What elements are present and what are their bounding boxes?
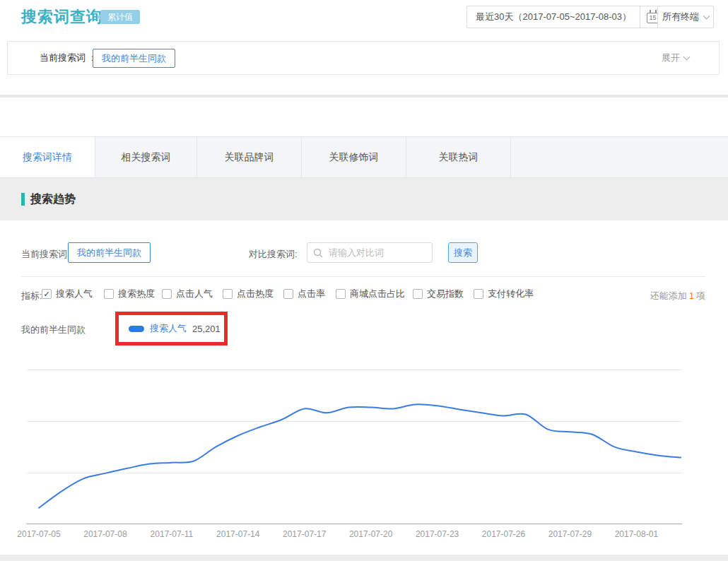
checkbox-icon: ✓ [223, 289, 233, 299]
section-band: 搜索趋势 [0, 178, 728, 220]
x-axis-label: 2017-07-11 [151, 529, 194, 539]
compare-input[interactable] [327, 247, 419, 259]
metric-checkbox-mall-click-share[interactable]: ✓商城点击占比 [336, 288, 405, 300]
metric-label: 支付转化率 [488, 288, 534, 300]
x-axis-label: 2017-07-08 [83, 529, 127, 539]
trend-chart-svg [21, 364, 693, 528]
legend-keyword: 我的前半生同款 [21, 324, 86, 336]
section-title: 搜索趋势 [30, 178, 76, 220]
date-range-control[interactable]: 最近30天（2017-07-05~2017-08-03） 15 [466, 6, 666, 28]
metric-label: 搜索热度 [118, 288, 155, 300]
compare-input-wrap [307, 242, 433, 263]
checkbox-icon: ✓ [283, 289, 293, 299]
metric-label: 交易指数 [427, 288, 464, 300]
tab-search-word-detail[interactable]: 搜索词详情 [0, 137, 95, 177]
metric-checkbox-transaction-index[interactable]: ✓交易指数 [413, 288, 464, 300]
x-axis-label: 2017-07-05 [17, 529, 60, 539]
tab-related-hot-words[interactable]: 关联热词 [406, 137, 511, 177]
checkbox-icon: ✓ [162, 289, 172, 299]
trend-current-label: 当前搜索词: [21, 248, 70, 261]
metric-checkbox-payment-conversion[interactable]: ✓支付转化率 [474, 288, 534, 300]
x-axis-label: 2017-07-17 [283, 529, 326, 539]
bottom-strip [0, 555, 728, 561]
current-keyword-label: 当前搜索词 ： [40, 42, 98, 74]
page-title: 搜索词查询 [21, 6, 102, 28]
expand-toggle[interactable]: 展开 [662, 42, 689, 74]
x-axis-label: 2017-07-29 [548, 529, 592, 539]
checkbox-icon: ✓ [104, 289, 114, 299]
row-divider [21, 276, 705, 277]
metric-checkbox-click-popularity[interactable]: ✓点击人气 [162, 288, 213, 300]
series-color-pill-icon [129, 326, 144, 332]
metric-checkbox-click-heat[interactable]: ✓点击热度 [223, 288, 274, 300]
metric-label: 点击热度 [237, 288, 274, 300]
checkbox-icon: ✓ [336, 289, 346, 299]
tab-related-brand-words[interactable]: 关联品牌词 [197, 137, 302, 177]
x-axis-label: 2017-07-14 [216, 529, 259, 539]
metric-label: 点击人气 [176, 288, 213, 300]
checkbox-icon: ✓ [413, 289, 423, 299]
cumulative-value-badge: 累计值 [100, 10, 140, 24]
x-axis-label: 2017-07-20 [349, 529, 392, 539]
search-icon [313, 248, 323, 258]
tab-bar-filler [511, 137, 728, 177]
trend-line-series [39, 404, 681, 508]
chevron-down-icon [683, 53, 691, 60]
terminal-dropdown-label: 所有终端 [662, 11, 699, 23]
metric-label: 搜索人气 [56, 288, 93, 300]
tab-related-modifier-words[interactable]: 关联修饰词 [302, 137, 406, 177]
metric-checkbox-search-popularity[interactable]: ✓搜索人气 [42, 288, 93, 300]
checkbox-icon: ✓ [42, 289, 52, 299]
current-keyword-button[interactable]: 我的前半生同款 [93, 49, 175, 68]
tab-related-search-words[interactable]: 相关搜索词 [95, 137, 197, 177]
metrics-label: 指标: [21, 290, 42, 302]
x-axis-label: 2017-07-26 [482, 529, 525, 539]
metric-checkbox-click-rate[interactable]: ✓点击率 [283, 288, 325, 300]
search-word-query-page: 搜索词查询 累计值 最近30天（2017-07-05~2017-08-03） 1… [0, 0, 728, 561]
remaining-count: 1 [689, 290, 694, 301]
annotation-highlight-box: 搜索人气 25,201 [115, 312, 228, 346]
header-separator [0, 95, 728, 98]
current-keyword-panel: 当前搜索词 ： 我的前半生同款 展开 [7, 41, 720, 75]
checkbox-icon: ✓ [474, 289, 483, 299]
date-range-text: 最近30天（2017-07-05~2017-08-03） [467, 11, 640, 23]
x-axis-label: 2017-08-01 [615, 529, 658, 539]
metric-label: 商城点击占比 [350, 288, 405, 300]
x-axis-label: 2017-07-23 [416, 529, 459, 539]
compare-label: 对比搜索词: [249, 248, 298, 261]
chevron-down-icon [703, 12, 710, 19]
expand-label: 展开 [662, 42, 680, 74]
trend-current-keyword-button[interactable]: 我的前半生同款 [68, 242, 151, 263]
legend-metric[interactable]: 搜索人气 [150, 322, 187, 335]
metric-checkbox-search-heat[interactable]: ✓搜索热度 [104, 288, 155, 300]
trend-chart [21, 364, 693, 528]
remaining-addable-hint: 还能添加1项 [650, 290, 705, 302]
x-axis-labels: 2017-07-052017-07-082017-07-112017-07-14… [21, 529, 693, 541]
legend-value: 25,201 [192, 324, 221, 334]
tab-bar: 搜索词详情 相关搜索词 关联品牌词 关联修饰词 关联热词 [0, 136, 728, 178]
search-button[interactable]: 搜索 [448, 242, 478, 263]
section-marker-bar [21, 193, 25, 206]
terminal-dropdown[interactable]: 所有终端 [657, 6, 714, 28]
metric-label: 点击率 [298, 288, 325, 300]
